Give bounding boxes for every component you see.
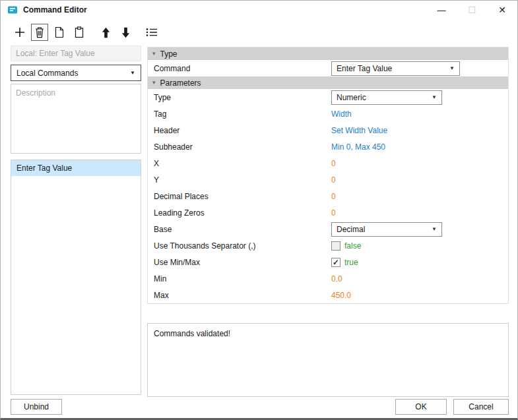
list-icon bbox=[146, 28, 158, 37]
section-header-type[interactable]: ▾Type bbox=[148, 47, 508, 60]
property-value[interactable]: false bbox=[344, 241, 361, 251]
scope-dropdown-value: Local Commands bbox=[16, 69, 78, 78]
chevron-down-icon: ▼ bbox=[449, 65, 455, 71]
property-value-cell: 0 bbox=[331, 175, 508, 185]
property-row: Max450.0 bbox=[148, 287, 508, 303]
checkbox-checked[interactable]: ✓ bbox=[331, 258, 340, 267]
command-list-button[interactable] bbox=[143, 24, 160, 41]
chevron-down-icon: ▼ bbox=[432, 226, 437, 232]
property-value-cell: false bbox=[331, 241, 508, 251]
property-label: Command bbox=[148, 64, 331, 73]
property-row: TypeNumeric▼ bbox=[148, 89, 508, 105]
property-label: Leading Zeros bbox=[148, 208, 331, 218]
property-value-cell: 0.0 bbox=[331, 274, 508, 284]
dropdown-value: Numeric bbox=[337, 93, 366, 102]
close-button[interactable]: ✕ bbox=[487, 1, 517, 19]
list-item[interactable]: Enter Tag Value bbox=[11, 160, 141, 176]
property-label: Use Thousands Separator (,) bbox=[148, 241, 331, 251]
property-value-cell: Min 0, Max 450 bbox=[331, 142, 508, 152]
filter-input[interactable] bbox=[11, 45, 141, 61]
description-textarea[interactable] bbox=[11, 84, 141, 154]
property-row: Leading Zeros0 bbox=[148, 204, 508, 221]
property-value[interactable]: 450.0 bbox=[331, 291, 351, 300]
section-title: Type bbox=[160, 49, 178, 59]
property-value[interactable]: 0.0 bbox=[331, 274, 342, 284]
property-row: X0 bbox=[148, 155, 508, 171]
minimize-button[interactable]: — bbox=[426, 1, 457, 19]
chevron-down-icon: ▼ bbox=[130, 70, 135, 76]
status-box: Commands validated! bbox=[147, 323, 509, 397]
scope-dropdown[interactable]: Local Commands ▼ bbox=[11, 65, 141, 81]
plus-icon bbox=[14, 26, 26, 38]
section-title: Parameters bbox=[160, 78, 201, 88]
property-value-cell: ✓true bbox=[331, 258, 508, 267]
collapse-arrow-icon: ▾ bbox=[152, 80, 156, 86]
cancel-button[interactable]: Cancel bbox=[453, 399, 509, 415]
command-dropdown[interactable]: Enter Tag Value▼ bbox=[331, 61, 460, 76]
property-label: Y bbox=[148, 175, 331, 185]
property-row: Y0 bbox=[148, 171, 508, 188]
property-label: Max bbox=[148, 291, 331, 300]
type-dropdown[interactable]: Numeric▼ bbox=[331, 90, 442, 105]
arrow-up-icon bbox=[102, 27, 110, 38]
section-header-parameters[interactable]: ▾Parameters bbox=[148, 76, 508, 89]
base-dropdown[interactable]: Decimal▼ bbox=[331, 222, 442, 237]
property-label: Header bbox=[148, 126, 331, 135]
property-value[interactable]: Min 0, Max 450 bbox=[331, 142, 385, 152]
right-panel: ▾TypeCommandEnter Tag Value▼▾ParametersT… bbox=[147, 47, 509, 304]
new-document-button[interactable] bbox=[51, 24, 68, 41]
checkbox-unchecked[interactable] bbox=[331, 241, 340, 251]
property-value-cell: 0 bbox=[331, 159, 508, 168]
titlebar: Command Editor — ☐ ✕ bbox=[1, 1, 517, 19]
property-label: Tag bbox=[148, 109, 331, 119]
property-value[interactable]: 0 bbox=[331, 208, 336, 218]
app-icon bbox=[7, 5, 18, 15]
add-command-button[interactable] bbox=[11, 24, 28, 41]
new-document-icon bbox=[55, 26, 64, 38]
dropdown-value: Decimal bbox=[337, 225, 365, 234]
property-label: X bbox=[148, 159, 331, 168]
paste-button[interactable] bbox=[71, 24, 88, 41]
left-panel: Local Commands ▼ Enter Tag Value bbox=[11, 45, 141, 395]
property-value[interactable]: Set Width Value bbox=[331, 126, 387, 135]
command-list: Enter Tag Value bbox=[11, 160, 141, 395]
unbind-button[interactable]: Unbind bbox=[11, 399, 62, 415]
property-value[interactable]: Width bbox=[331, 109, 352, 119]
ok-button[interactable]: OK bbox=[395, 399, 447, 415]
property-label: Decimal Places bbox=[148, 192, 331, 201]
window-title: Command Editor bbox=[23, 5, 87, 15]
property-value[interactable]: 0 bbox=[331, 175, 336, 185]
property-label: Type bbox=[148, 93, 331, 102]
maximize-button[interactable]: ☐ bbox=[457, 1, 487, 19]
property-row: CommandEnter Tag Value▼ bbox=[148, 60, 508, 76]
property-value-cell: Set Width Value bbox=[331, 126, 508, 135]
collapse-arrow-icon: ▾ bbox=[152, 51, 156, 57]
move-up-button[interactable] bbox=[97, 24, 114, 41]
property-value-cell: Numeric▼ bbox=[331, 90, 508, 105]
delete-command-button[interactable] bbox=[31, 24, 48, 41]
property-label: Base bbox=[148, 225, 331, 234]
property-value[interactable]: 0 bbox=[331, 192, 336, 201]
trash-icon bbox=[34, 26, 45, 38]
move-down-button[interactable] bbox=[117, 24, 134, 41]
property-row: Use Thousands Separator (,)false bbox=[148, 237, 508, 254]
clipboard-icon bbox=[75, 26, 84, 38]
property-row: Decimal Places0 bbox=[148, 188, 508, 204]
property-value[interactable]: 0 bbox=[331, 159, 336, 168]
property-label: Min bbox=[148, 274, 331, 284]
property-row: TagWidth bbox=[148, 105, 508, 122]
chevron-down-icon: ▼ bbox=[432, 94, 437, 100]
dropdown-value: Enter Tag Value bbox=[337, 64, 392, 73]
property-value-cell: 0 bbox=[331, 192, 508, 201]
property-label: Use Min/Max bbox=[148, 258, 331, 267]
property-value-cell: 0 bbox=[331, 208, 508, 218]
property-row: Min0.0 bbox=[148, 270, 508, 287]
property-value[interactable]: true bbox=[344, 258, 358, 267]
property-row: Use Min/Max✓true bbox=[148, 254, 508, 270]
arrow-down-icon bbox=[121, 27, 130, 38]
property-row: SubheaderMin 0, Max 450 bbox=[148, 138, 508, 155]
toolbar bbox=[1, 19, 517, 45]
property-row: BaseDecimal▼ bbox=[148, 221, 508, 237]
property-value-cell: 450.0 bbox=[331, 291, 508, 300]
window-controls: — ☐ ✕ bbox=[426, 1, 517, 19]
